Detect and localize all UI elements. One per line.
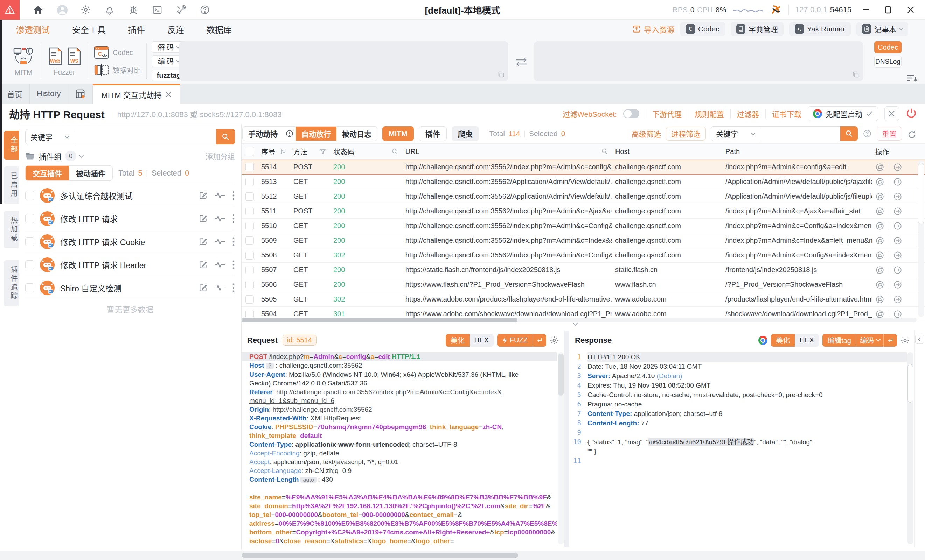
table-row[interactable]: 5514POST200http://challenge.qsnctf.com:3… [242,159,925,174]
codec-shortcut[interactable]: C</> Codec [94,46,141,59]
open-in-browser-icon[interactable] [875,207,884,216]
tab-grid-icon[interactable] [68,84,93,104]
send-to-icon[interactable] [893,251,902,260]
tools-icon[interactable] [176,5,186,15]
filter-link[interactable]: 过滤器 [737,108,759,119]
open-in-browser-icon[interactable] [875,221,884,231]
open-in-browser-icon[interactable] [875,309,884,319]
websocket-toggle[interactable] [623,109,639,118]
no-config-start-button[interactable]: 免配置启动 [808,106,878,121]
notepad-button[interactable]: 记事本 [856,22,908,36]
beautify-button[interactable]: 美化 [446,334,470,347]
chrome-icon[interactable] [758,336,767,345]
crawler-filter-button[interactable]: 爬虫 [452,126,479,141]
activity-icon[interactable] [215,238,225,246]
copy-icon[interactable] [852,71,860,78]
plugin-checkbox[interactable] [25,260,34,269]
table-row[interactable]: 5509GET200http://challenge.qsnctf.com:35… [242,233,925,248]
mitm-filter-button[interactable]: MITM [382,126,414,141]
open-in-browser-icon[interactable] [875,266,884,275]
sort-lines-icon[interactable] [907,74,917,83]
scrollbar-thumb[interactable] [907,364,913,402]
sort-icon[interactable] [279,148,286,155]
send-to-icon[interactable] [893,236,902,245]
activity-icon[interactable] [215,261,225,269]
table-row[interactable]: 5512GET200http://challenge.qsnctf.com:35… [242,189,925,204]
codec-output-area[interactable] [534,41,863,81]
horizontal-scrollbar[interactable] [242,318,917,323]
row-checkbox[interactable] [246,266,254,274]
menu-item[interactable]: 安全工具 [72,23,106,35]
hex-button[interactable]: HEX [795,334,819,347]
manual-hijack-button[interactable]: 手动劫持 [243,127,283,141]
reset-button[interactable]: 重置 [877,127,902,141]
row-checkbox[interactable] [246,222,254,230]
table-row[interactable]: 5510GET200http://challenge.qsnctf.com:35… [242,219,925,233]
table-row[interactable]: 5506GET200https://www.flash.cn/?P1_Prod_… [242,278,925,292]
plugin-checkbox[interactable] [25,237,34,246]
select-all-checkbox[interactable] [245,147,254,156]
plugin-checkbox[interactable] [25,191,34,200]
row-checkbox[interactable] [246,163,254,171]
send-to-icon[interactable] [893,266,902,275]
passive-log-button[interactable]: 被动日志 [336,127,377,141]
scrollbar-thumb[interactable] [558,354,564,396]
plugin-list-item[interactable]: 修改 HTTP 请求 Header [25,253,235,276]
power-icon[interactable] [905,108,917,120]
swap-icon[interactable] [514,57,529,67]
scrollbar-thumb[interactable] [242,553,518,557]
response-settings-gear-icon[interactable] [901,336,910,345]
row-checkbox[interactable] [246,295,254,303]
open-in-browser-icon[interactable] [875,177,884,186]
minimize-button[interactable] [858,3,874,17]
edit-tag-button[interactable]: 编辑tag [823,334,856,347]
plugin-category-tab[interactable]: 已启用 [3,167,19,204]
add-group-button[interactable]: 添加分组 [205,151,235,161]
help-icon[interactable] [200,5,210,15]
more-icon[interactable] [232,191,235,200]
menu-item[interactable]: 反连 [167,23,184,35]
dict-manage-button[interactable]: 字典管理 [731,22,783,36]
open-in-browser-icon[interactable] [875,251,884,260]
chevron-down-icon[interactable] [79,153,84,158]
send-to-icon[interactable] [893,295,902,304]
newline-button[interactable] [533,334,546,347]
more-icon[interactable] [232,283,235,293]
row-checkbox[interactable] [246,192,254,201]
activity-icon[interactable] [215,284,225,292]
import-resource-link[interactable]: 导入资源 [632,23,675,35]
alert-triangle-icon[interactable] [0,0,20,20]
row-checkbox[interactable] [246,207,254,215]
table-row[interactable]: 5507GET200https://static.flash.cn/fronte… [242,263,925,278]
plugin-list-item[interactable]: 多认证综合越权测试 [25,184,235,207]
row-checkbox[interactable] [246,178,254,186]
plugin-category-tab[interactable]: 全部 [3,131,19,159]
check-icon[interactable] [866,110,873,117]
table-row[interactable]: 5505GET302https://www.adobe.com/products… [242,292,925,307]
send-to-icon[interactable] [893,177,902,186]
table-row[interactable]: 5511POST200http://challenge.qsnctf.com:3… [242,204,925,219]
open-in-browser-icon[interactable] [875,295,884,304]
data-compare-shortcut[interactable]: 数据对比 [94,63,141,77]
hijack-info-icon[interactable] [283,127,296,141]
close-hijack-button[interactable] [884,106,899,121]
bug-icon[interactable] [128,5,139,15]
keyword-select[interactable]: 关键字 [25,129,74,144]
open-in-browser-icon[interactable] [875,236,884,245]
scrollbar-thumb[interactable] [242,318,517,323]
send-to-icon[interactable] [893,192,902,201]
close-button[interactable] [902,3,919,17]
encode-dropdown[interactable]: 编码 [856,334,883,347]
maximize-button[interactable] [880,3,896,17]
plugin-checkbox[interactable] [25,214,34,223]
open-in-browser-icon[interactable] [875,163,884,172]
send-to-icon[interactable] [893,163,902,172]
row-checkbox[interactable] [246,310,254,318]
search-icon[interactable] [601,148,608,155]
search-icon[interactable] [392,148,398,155]
hex-button[interactable]: HEX [470,334,494,347]
plugin-search-button[interactable] [216,129,235,144]
window-horizontal-scrollbar[interactable] [0,551,925,560]
scrollbar-thumb[interactable] [918,163,924,224]
panel-divider[interactable] [564,330,569,547]
